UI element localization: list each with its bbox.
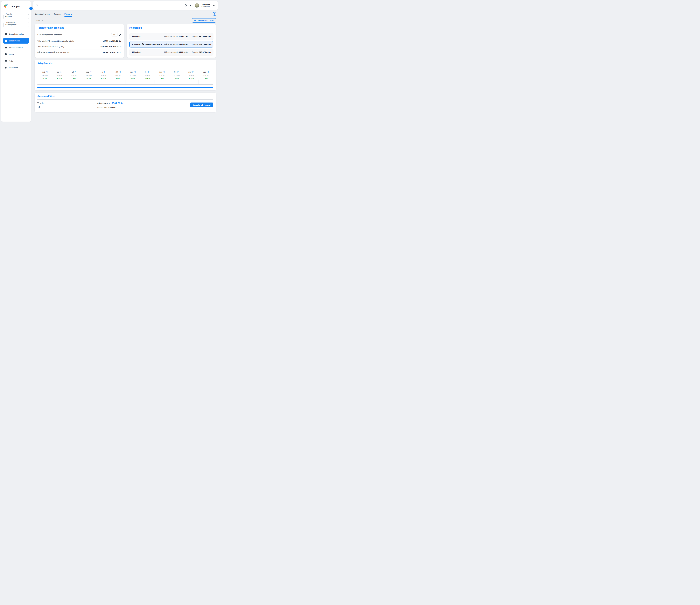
edit-period-button[interactable] <box>119 33 121 36</box>
row-label: Månadskostnad / Månatlig vinst (15%) <box>38 51 70 53</box>
months-grid: maji 13,0 tim 7.74% juni 13,0 tim 7.74% … <box>38 69 214 84</box>
info-icon[interactable]: i <box>60 71 62 73</box>
price-option-12[interactable]: 12% vinst Månadskostnad: 4384.43 kr Timp… <box>129 33 214 40</box>
option-label: 12% vinst <box>132 35 141 38</box>
info-icon[interactable]: i <box>46 71 48 73</box>
month-percent: 7.74% <box>67 77 81 79</box>
vinst-percent-input[interactable] <box>38 104 93 110</box>
month-percent: 7.74% <box>184 77 199 79</box>
scrollbar-thumb[interactable] <box>38 87 214 88</box>
prospekt-input[interactable] <box>5 15 27 18</box>
search-button[interactable] <box>36 4 39 7</box>
tab-objektbeskrivning[interactable]: Objektbeskrivning <box>34 11 50 17</box>
sidebar-item-label: Underskrift <box>9 67 18 69</box>
prospekt-field: Prospekt <box>3 13 29 19</box>
info-icon[interactable]: i <box>119 71 121 73</box>
brand-row: Cleanpal <box>3 4 29 9</box>
hourly-price-label: Timpris: <box>97 106 103 109</box>
option-label: 15% vinst <box>132 43 141 45</box>
month-percent: 7.74% <box>81 77 96 79</box>
totals-row-manadskostnad: Månadskostnad / Månatlig vinst (15%) 391… <box>38 49 121 55</box>
info-icon[interactable]: i <box>163 71 165 73</box>
yearly-card-title: Årlig översikt <box>38 62 214 67</box>
sidebar-collapse-button[interactable] <box>29 7 33 10</box>
sidebar-item-label: Lokalöversikt <box>9 40 20 42</box>
hourly-price: Timpris: 339.76 kr /tim <box>192 43 211 45</box>
notifications-button[interactable] <box>184 4 187 7</box>
monthly-price-label: MÅNADSPRIS: <box>97 102 110 104</box>
info-icon[interactable]: i <box>74 71 76 73</box>
month-hours: 13,0 tim <box>81 74 96 76</box>
summary-button-label: SAMMANFATTNING <box>197 20 214 21</box>
help-button[interactable]: ? <box>213 12 216 16</box>
lightbulb-icon <box>194 19 196 22</box>
sidebar-item-label: Grundinformation <box>9 33 24 35</box>
month-percent: 7.74% <box>38 77 52 79</box>
billing-period-input[interactable] <box>111 33 118 37</box>
price-option-15[interactable]: 15% vinst (Rekommenderad) Månadskostnad:… <box>129 41 214 47</box>
month-cell-maj: maji 13,0 tim 7.74% <box>38 69 52 84</box>
bell-icon <box>184 4 187 7</box>
month-cell-jun: juni 13,0 tim 7.74% <box>52 69 67 84</box>
sidebar-item-arbetsinstruktion[interactable]: Arbetsinstruktion <box>3 45 29 50</box>
user-menu-button[interactable] <box>212 4 215 7</box>
info-icon[interactable]: i <box>134 71 136 73</box>
pencil-icon <box>119 33 121 36</box>
hourly-price: Timpris: 330.90 kr /tim <box>192 35 211 38</box>
update-document-button[interactable]: Uppdatera Dokument <box>190 102 214 107</box>
check-circle-icon <box>142 43 144 45</box>
vinst-input-group: Vinst % <box>38 102 93 110</box>
sidebar-item-avtal[interactable]: Avtal <box>3 58 29 64</box>
hourly-price-line: Timpris: 339.76 kr /tim <box>97 106 186 109</box>
cards-row: Totalt för hela projektet Faktureringspe… <box>34 24 216 57</box>
dark-mode-button[interactable] <box>190 4 192 7</box>
month-hours: 13,0 tim <box>199 74 214 76</box>
price-option-17[interactable]: 17% vinst Månadskostnad: 4580.16 kr Timp… <box>129 49 214 55</box>
sidebar-item-lokaloversikt[interactable]: Lokalöversikt <box>3 38 29 44</box>
sidebar-nav: Grundinformation Lokalöversikt Arbetsins… <box>3 31 29 70</box>
info-icon[interactable]: i <box>177 71 179 73</box>
avtalsunderlag-label: Avtalsunderlag <box>5 21 16 23</box>
info-icon[interactable]: i <box>90 71 92 73</box>
yearly-card: Årlig översikt maji 13,0 tim 7.74% juni … <box>34 60 216 90</box>
sidebar-item-label: Arbetsinstruktion <box>9 47 23 49</box>
tab-priskalkyl[interactable]: Priskalkyl <box>65 11 72 17</box>
summary-button[interactable]: SAMMANFATTNING <box>192 18 216 23</box>
hourly-price-value: 339.76 kr /tim <box>104 106 115 109</box>
price-summary: MÅNADSPRIS: 4501.86 kr Timpris: 339.76 k… <box>97 102 186 109</box>
price-card: Prisförslag 12% vinst Månadskostnad: 438… <box>127 24 216 57</box>
totals-row-kostnad: Total kostnad / Total vinst (15%) 46975.… <box>38 44 121 49</box>
tab-schema[interactable]: Schema <box>53 11 60 17</box>
chevron-down-icon <box>42 20 43 21</box>
month-cell-jul: juli 13,0 tim 7.74% <box>67 69 81 84</box>
info-icon[interactable]: i <box>104 71 106 73</box>
info-icon[interactable]: i <box>148 71 150 73</box>
avtalsunderlag-input[interactable] <box>5 23 27 26</box>
row-value: 46975.98 kr / 7046.40 kr <box>101 46 121 48</box>
brand-name: Cleanpal <box>10 5 20 8</box>
home-icon <box>5 46 7 49</box>
user-name: John Doe <box>201 3 210 6</box>
sidebar-item-grundinformation[interactable]: Grundinformation <box>3 31 29 37</box>
sidebar-item-offert[interactable]: Offert <box>3 51 29 57</box>
row-label: Faktureringsperiod (månader) <box>38 34 62 36</box>
row-value: 3914.67 kr / 587.20 kr <box>103 51 121 53</box>
month-percent: 7.14% <box>125 77 140 79</box>
month-percent: 7.74% <box>96 77 111 79</box>
prospekt-label: Prospekt <box>5 13 12 15</box>
month-percent: 7.74% <box>52 77 67 79</box>
avatar[interactable] <box>195 3 199 8</box>
month-hours: 13,0 tim <box>38 74 52 76</box>
totals-row-faktureringsperiod: Faktureringsperiod (månader) <box>38 31 121 38</box>
month-cell-mar: mari 13,0 tim 7.74% <box>184 69 199 84</box>
sidebar-item-underskrift[interactable]: Underskrift <box>3 65 29 70</box>
info-icon[interactable]: i <box>207 71 209 73</box>
month-hours: 13,0 tim <box>155 74 169 76</box>
hourly-price: Timpris: 345.67 kr /tim <box>192 51 211 53</box>
price-card-title: Prisförslag <box>129 26 214 31</box>
month-cell-aug: augi 13,0 tim 7.74% <box>81 69 96 84</box>
user-company: Rent Hus AB <box>201 6 210 7</box>
location-dropdown[interactable]: Kontor <box>34 20 43 22</box>
info-icon[interactable]: i <box>192 71 194 73</box>
custom-profit-title: Anpassad Vinst <box>38 95 214 100</box>
